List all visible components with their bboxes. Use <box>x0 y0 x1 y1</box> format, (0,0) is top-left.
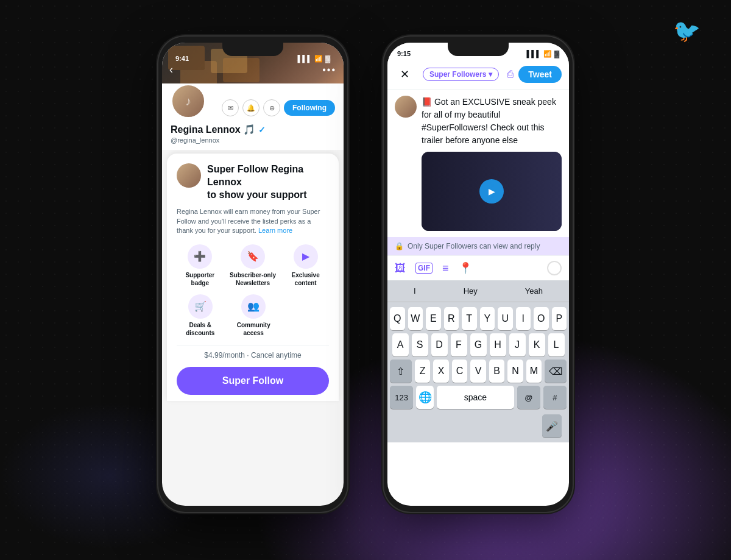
key-H[interactable]: H <box>490 333 506 356</box>
wifi-icon: 📶 <box>314 55 323 63</box>
signal-icon: ▌▌▌ <box>298 55 312 62</box>
key-F[interactable]: F <box>451 333 467 356</box>
perk-label-4: Deals & discounts <box>177 321 224 337</box>
avatar-follow-row: ✉ 🔔 ⊕ Following <box>171 83 335 119</box>
phone2-notch <box>448 43 509 56</box>
key-D[interactable]: D <box>431 333 448 356</box>
location-icon[interactable]: 📍 <box>459 261 472 275</box>
following-button[interactable]: Following <box>284 100 335 116</box>
keyboard-row-1: Q W E R T Y U I O P <box>390 307 567 330</box>
perk-label-5: Community access <box>230 321 278 337</box>
super-followers-text: Only Super Followers can view and reply <box>408 242 540 250</box>
tweet-composer-header: ✕ Super Followers ▾ ⎙ Tweet <box>387 60 569 90</box>
perks-grid-2: 🛒 Deals & discounts 👥 Community access <box>177 294 277 337</box>
key-at[interactable]: @ <box>517 386 540 409</box>
key-R[interactable]: R <box>444 307 459 330</box>
price-text: $4.99/month · Cancel anytime <box>177 351 329 360</box>
compose-avatar <box>395 96 417 118</box>
phones-container: 9:41 ▌▌▌ 📶 ▓ ‹ ••• ✉ <box>0 0 731 512</box>
deals-icon: 🛒 <box>188 294 213 319</box>
close-button[interactable]: ✕ <box>395 65 414 84</box>
add-button[interactable]: ⊕ <box>263 99 280 116</box>
key-space[interactable]: space <box>437 386 514 409</box>
perks-grid: ➕ Supporter badge 🔖 Subscriber-only News… <box>177 244 329 287</box>
message-button[interactable]: ✉ <box>222 99 239 116</box>
key-shift[interactable]: ⇧ <box>390 360 412 383</box>
tweet-text[interactable]: 📕 Got an EXCLUSIVE sneak peek for all of… <box>422 96 562 147</box>
phone1-status-icons: ▌▌▌ 📶 ▓ <box>298 55 330 63</box>
header-right: ⎙ Tweet <box>507 66 562 83</box>
keyboard-row-4: 123 🌐 space @ # <box>390 386 567 409</box>
key-X[interactable]: X <box>433 360 448 383</box>
key-I[interactable]: I <box>516 307 531 330</box>
key-globe[interactable]: 🌐 <box>416 386 434 409</box>
suggestion-yeah[interactable]: Yeah <box>520 284 548 298</box>
key-U[interactable]: U <box>498 307 513 330</box>
key-Q[interactable]: Q <box>390 307 405 330</box>
suggestion-i[interactable]: I <box>409 284 421 298</box>
key-E[interactable]: E <box>426 307 441 330</box>
perk-label-3: Exclusive content <box>282 271 329 287</box>
keyboard-row-2: A S D F G H J K L <box>390 333 567 356</box>
keyboard-row-3: ⇧ Z X C V B N M ⌫ <box>390 360 567 383</box>
character-counter <box>547 261 562 275</box>
perk-label-2: Subscriber-only Newsletters <box>230 271 277 287</box>
image-icon[interactable]: 🖼 <box>395 262 406 275</box>
key-W[interactable]: W <box>408 307 423 330</box>
key-P[interactable]: P <box>552 307 567 330</box>
newsletters-icon: 🔖 <box>241 244 265 269</box>
key-delete[interactable]: ⌫ <box>545 360 567 383</box>
key-K[interactable]: K <box>529 333 545 356</box>
key-123[interactable]: 123 <box>390 386 413 409</box>
perk-supporter-badge: ➕ Supporter badge <box>177 244 224 287</box>
super-follow-button[interactable]: Super Follow <box>177 367 329 395</box>
audience-label: Super Followers <box>429 70 486 79</box>
key-N[interactable]: N <box>507 360 523 383</box>
key-C[interactable]: C <box>452 360 467 383</box>
tweet-video[interactable]: ▶ <box>422 152 562 231</box>
audience-arrow-icon: ▾ <box>489 70 492 79</box>
key-G[interactable]: G <box>470 333 487 356</box>
phone-1: 9:41 ▌▌▌ 📶 ▓ ‹ ••• ✉ <box>158 37 347 512</box>
key-hash[interactable]: # <box>543 386 567 409</box>
key-B[interactable]: B <box>489 360 504 383</box>
key-T[interactable]: T <box>462 307 477 330</box>
perk-deals: 🛒 Deals & discounts <box>177 294 224 337</box>
list-icon[interactable]: ≡ <box>442 262 449 275</box>
key-mic[interactable]: 🎤 <box>542 414 562 438</box>
key-O[interactable]: O <box>534 307 549 330</box>
gif-icon[interactable]: GIF <box>415 263 433 274</box>
perk-newsletters: 🔖 Subscriber-only Newsletters <box>230 244 277 287</box>
key-L[interactable]: L <box>548 333 565 356</box>
key-Y[interactable]: Y <box>480 307 495 330</box>
suggestions-row: I Hey Yeah <box>387 280 569 302</box>
mic-row: 🎤 <box>390 412 567 440</box>
tweet-button[interactable]: Tweet <box>518 66 562 83</box>
perk-community: 👥 Community access <box>230 294 278 337</box>
key-Z[interactable]: Z <box>415 360 430 383</box>
key-S[interactable]: S <box>412 333 428 356</box>
supporter-badge-icon: ➕ <box>188 244 212 269</box>
phone2-status-icons: ▌▌▌ 📶 ▓ <box>527 50 559 58</box>
more-button[interactable]: ••• <box>322 65 336 76</box>
key-J[interactable]: J <box>509 333 526 356</box>
draft-icon[interactable]: ⎙ <box>507 69 514 80</box>
key-M[interactable]: M <box>526 360 542 383</box>
avatar <box>171 83 206 119</box>
modal-avatar <box>177 163 201 188</box>
tweet-content: 📕 Got an EXCLUSIVE sneak peek for all of… <box>422 96 562 231</box>
phone1-status-bar: 9:41 ▌▌▌ 📶 ▓ <box>166 49 340 66</box>
modal-header: Super Follow Regina Lennox to show your … <box>177 163 329 201</box>
super-follow-modal: Super Follow Regina Lennox to show your … <box>167 154 339 401</box>
key-A[interactable]: A <box>392 333 409 356</box>
suggestion-hey[interactable]: Hey <box>459 284 482 298</box>
modal-title: Super Follow Regina Lennox to show your … <box>207 163 329 201</box>
profile-area: ✉ 🔔 ⊕ Following Regina Lennox 🎵 ✓ @regin… <box>162 83 344 150</box>
learn-more-link[interactable]: Learn more <box>258 227 292 234</box>
play-button[interactable]: ▶ <box>479 179 504 204</box>
perk-label-1: Supporter badge <box>177 271 224 287</box>
modal-divider <box>177 346 329 346</box>
notification-button[interactable]: 🔔 <box>242 99 260 116</box>
audience-selector[interactable]: Super Followers ▾ <box>423 68 499 81</box>
key-V[interactable]: V <box>470 360 486 383</box>
